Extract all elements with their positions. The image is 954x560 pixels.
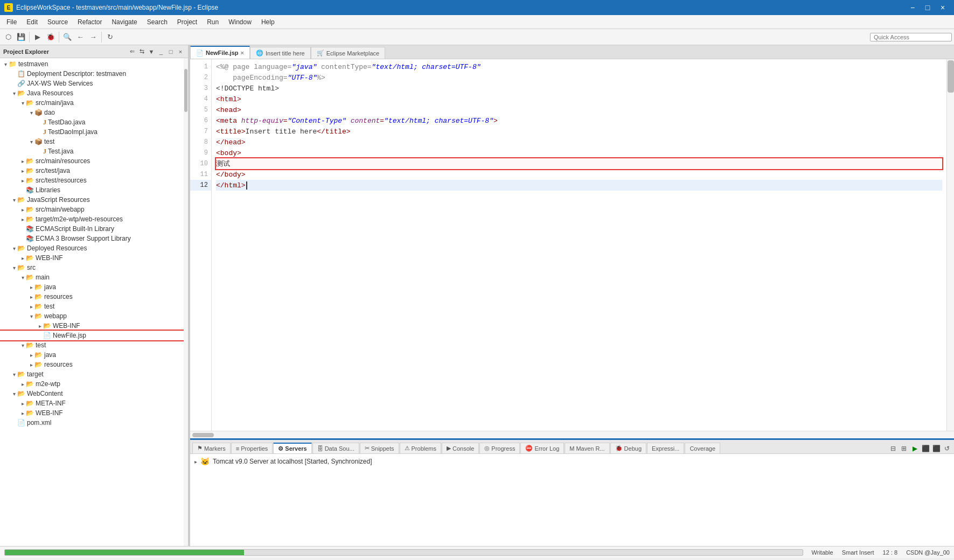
tab-eclipse-marketplace[interactable]: 🛒 Eclipse Marketplace xyxy=(311,47,385,59)
tab-coverage[interactable]: Coverage xyxy=(685,443,720,453)
toolbar-debug[interactable]: 🐞 xyxy=(45,31,57,43)
menu-refactor[interactable]: Refactor xyxy=(73,17,106,27)
tree-item-deployed-resources[interactable]: ▾ 📂 Deployed Resources xyxy=(0,243,184,253)
tree-item-src-test-java[interactable]: ▸ 📂 src/test/java xyxy=(0,166,184,176)
tab-problems[interactable]: ⚠ Problems xyxy=(400,443,441,453)
tab-close-newfile[interactable]: × xyxy=(241,50,244,56)
menu-project[interactable]: Project xyxy=(173,17,201,27)
pe-menu-btn[interactable]: ▼ xyxy=(147,47,156,56)
toolbar-save[interactable]: 💾 xyxy=(15,31,27,43)
menu-source[interactable]: Source xyxy=(43,17,72,27)
tab-newfile-jsp[interactable]: 📄 NewFile.jsp × xyxy=(190,46,250,59)
tree-item-java-test[interactable]: ▸ 📂 java xyxy=(0,350,184,360)
bt-act-1[interactable]: ⊟ xyxy=(888,444,898,453)
tree-item-testdaoimpl[interactable]: J TestDaoImpl.java xyxy=(0,127,184,137)
tab-debug[interactable]: 🐞 Debug xyxy=(610,443,646,453)
toolbar-search[interactable]: 🔍 xyxy=(61,31,73,43)
tab-console[interactable]: ▶ Console xyxy=(442,443,479,453)
menu-window[interactable]: Window xyxy=(224,17,256,27)
tree-item-target[interactable]: ▾ 📂 target xyxy=(0,369,184,379)
tree-item-main[interactable]: ▾ 📂 main xyxy=(0,272,184,282)
tree-item-web-inf-deployed[interactable]: ▸ 📂 WEB-INF xyxy=(0,253,184,263)
tree-item-testmaven[interactable]: ▾ 📁 testmaven xyxy=(0,59,184,69)
tree-item-deployment[interactable]: 📋 Deployment Descriptor: testmaven xyxy=(0,69,184,79)
editor-hscroll[interactable] xyxy=(190,431,954,438)
tree-item-libraries[interactable]: 📚 Libraries xyxy=(0,185,184,195)
tree-item-resources-test[interactable]: ▸ 📂 resources xyxy=(0,360,184,369)
menu-search[interactable]: Search xyxy=(143,17,172,27)
tree-item-src-top[interactable]: ▾ 📂 src xyxy=(0,263,184,272)
close-button[interactable]: × xyxy=(936,2,950,13)
bt-act-run[interactable]: ▶ xyxy=(910,444,920,453)
tree-item-src-main-java[interactable]: ▾ 📂 src/main/java xyxy=(0,98,184,108)
editor-content[interactable]: <%@ page language="java" contentType="te… xyxy=(212,59,946,431)
tree-item-test-pkg[interactable]: ▾ 📦 test xyxy=(0,137,184,146)
tab-expressi[interactable]: Expressi... xyxy=(647,443,684,453)
maximize-button[interactable]: □ xyxy=(921,2,935,13)
tab-servers[interactable]: ⚙ Servers xyxy=(273,443,311,453)
label-resources-main: resources xyxy=(44,293,73,300)
menu-run[interactable]: Run xyxy=(203,17,223,27)
bt-act-5[interactable]: ⬛ xyxy=(931,444,941,453)
label-src-main-res: src/main/resources xyxy=(36,157,90,165)
tab-progress[interactable]: ◎ Progress xyxy=(479,443,520,453)
bt-act-2[interactable]: ⊞ xyxy=(899,444,909,453)
tree-item-testdao[interactable]: J TestDao.java xyxy=(0,117,184,127)
pe-close-btn[interactable]: × xyxy=(176,47,185,56)
tab-error-log[interactable]: ⛔ Error Log xyxy=(520,443,564,453)
tree-item-target-m2e[interactable]: ▸ 📂 target/m2e-wtp/web-resources xyxy=(0,214,184,224)
tab-maven[interactable]: M Maven R... xyxy=(565,443,609,453)
tab-properties[interactable]: ≡ Properties xyxy=(231,443,273,453)
toolbar-back[interactable]: ← xyxy=(74,31,86,43)
tree-item-jaxws[interactable]: 🔗 JAX-WS Web Services xyxy=(0,79,184,88)
menu-help[interactable]: Help xyxy=(257,17,279,27)
tree-item-test-main[interactable]: ▸ 📂 test xyxy=(0,302,184,311)
tree-item-web-inf-wc[interactable]: ▸ 📂 WEB-INF xyxy=(0,408,184,418)
quick-access-input[interactable] xyxy=(870,33,952,41)
tree-item-webapp[interactable]: ▾ 📂 webapp xyxy=(0,311,184,321)
tree-item-js-resources[interactable]: ▾ 📂 JavaScript Resources xyxy=(0,195,184,205)
tree-item-java-main[interactable]: ▸ 📂 java xyxy=(0,282,184,292)
tree-item-webcontent[interactable]: ▾ 📂 WebContent xyxy=(0,389,184,398)
toolbar-run[interactable]: ▶ xyxy=(32,31,44,43)
tree-item-meta-inf[interactable]: ▸ 📂 META-INF xyxy=(0,398,184,408)
menu-file[interactable]: File xyxy=(2,17,21,27)
pe-max-btn[interactable]: □ xyxy=(166,47,175,56)
tree-item-ecma3[interactable]: 📚 ECMA 3 Browser Support Library xyxy=(0,234,184,243)
pe-collapse-btn[interactable]: ⇐ xyxy=(128,47,136,56)
toolbar-forward[interactable]: → xyxy=(87,31,99,43)
tab-markers[interactable]: ⚑ Markers xyxy=(192,443,231,453)
tree-item-pom[interactable]: 📄 pom.xml xyxy=(0,418,184,428)
tree-item-ecmascript[interactable]: 📚 ECMAScript Built-In Library xyxy=(0,224,184,234)
tab-insert-title[interactable]: 🌐 Insert title here xyxy=(250,47,311,59)
toolbar-refresh[interactable]: ↻ xyxy=(104,31,116,43)
menu-edit[interactable]: Edit xyxy=(22,17,42,27)
server-row-tomcat[interactable]: ▸ 🐱 Tomcat v9.0 Server at localhost [Sta… xyxy=(192,456,952,467)
tree-item-src-main-res[interactable]: ▸ 📂 src/main/resources xyxy=(0,156,184,166)
tab-data-source[interactable]: 🗄 Data Sou... xyxy=(312,443,359,453)
tab-snippets[interactable]: ✂ Snippets xyxy=(360,443,399,453)
toolbar-new[interactable]: ⬡ xyxy=(2,31,14,43)
tree-item-src-test-res[interactable]: ▸ 📂 src/test/resources xyxy=(0,176,184,185)
tree-item-resources-main[interactable]: ▸ 📂 resources xyxy=(0,292,184,302)
tree-item-test-java[interactable]: J Test.java xyxy=(0,146,184,156)
tree-item-m2e-wtp[interactable]: ▸ 📂 m2e-wtp xyxy=(0,379,184,389)
minimize-button[interactable]: − xyxy=(906,2,920,13)
tree-item-webapp-js[interactable]: ▸ 📂 src/main/webapp xyxy=(0,205,184,214)
tree-item-java-resources[interactable]: ▾ 📂 Java Resources xyxy=(0,88,184,98)
pe-scrollbar-thumb[interactable] xyxy=(184,69,187,112)
bt-act-6[interactable]: ↺ xyxy=(942,444,952,453)
tree-item-newfile-jsp[interactable]: 📄 NewFile.jsp xyxy=(0,331,184,340)
tree-item-web-inf[interactable]: ▸ 📂 WEB-INF xyxy=(0,321,184,331)
pe-vertical-scrollbar[interactable] xyxy=(184,58,188,546)
pe-min-btn[interactable]: _ xyxy=(157,47,165,56)
pe-sync-btn[interactable]: ⇆ xyxy=(137,47,146,56)
editor-scrollbar[interactable] xyxy=(946,59,954,431)
arrow-webapp: ▾ xyxy=(28,313,34,319)
bt-act-4[interactable]: ⬛ xyxy=(921,444,930,453)
menu-navigate[interactable]: Navigate xyxy=(107,17,141,27)
editor-hscroll-thumb[interactable] xyxy=(192,433,214,437)
editor-scrollbar-thumb[interactable] xyxy=(948,60,954,93)
tree-item-test-src[interactable]: ▾ 📂 test xyxy=(0,340,184,350)
tree-item-dao[interactable]: ▾ 📦 dao xyxy=(0,108,184,117)
